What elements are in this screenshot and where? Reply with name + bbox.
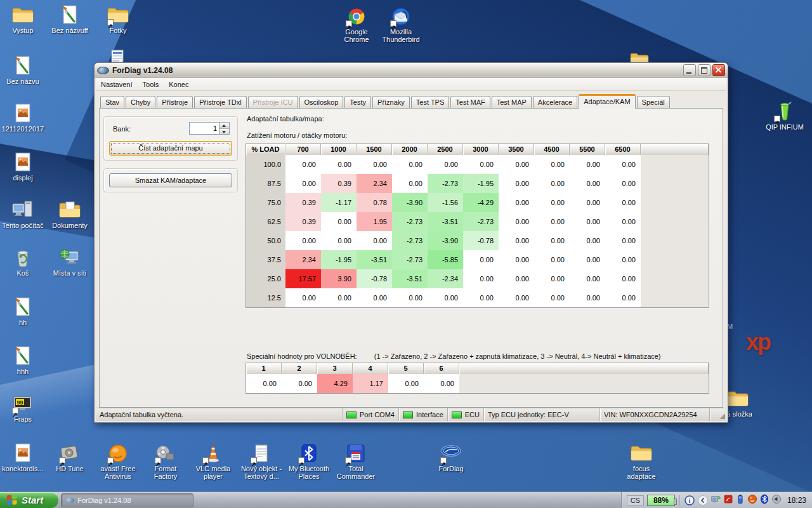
map-cell-r1-c5: -1.95 [463,174,499,193]
tab-pristroje-tdxl[interactable]: Přístroje TDxl [194,96,246,108]
fordiag-task-icon [65,498,74,503]
window-title: ForDiag v1.24.08 [112,66,681,75]
start-button[interactable]: Start [0,492,58,508]
idle-col-header-3: 3 [317,363,353,374]
desktop-icon-hh[interactable]: hh [0,297,46,326]
map-cell-r3-c9: 0.00 [605,212,641,231]
read-adaptation-map-button[interactable]: Číst adaptační mapu [109,141,232,156]
desktop-icon-vystup[interactable]: Vystup [0,5,46,34]
clear-kam-button[interactable]: Smazat KAM/adaptace [109,173,232,187]
status-indicator-ecu: ECU [447,408,483,421]
tray-volume-icon[interactable] [771,494,782,507]
desktop-icon-google-chrome[interactable]: Google Chrome [334,6,379,43]
desktop-icon-fraps[interactable]: 99Fraps [0,394,46,423]
map-cell-r5-c6: 0.00 [499,250,534,269]
map-cell-r7-c2: 0.00 [357,288,392,307]
desktop-icon-novy-objekt-textovy-d[interactable]: Nový objekt - Textový d... [239,443,284,480]
desktop-icon-vlc-media-player[interactable]: VLC media player [190,443,236,480]
map-cell-r3-c2: 1.95 [357,212,392,231]
map-row-filler [641,231,709,250]
desktop-icon-fordiag[interactable]: ForDiag [428,443,474,472]
shortcut-arrow-icon [390,20,396,27]
computer-icon [12,200,34,220]
chevron-collapse-icon[interactable] [698,495,708,505]
desktop-icon-label: 12112012017 [0,125,46,133]
desktop-icon-konektordis[interactable]: konektordis... [0,443,46,472]
desktop-icon-label: Tento počítač [0,222,46,229]
desktop-icon-dokumenty[interactable]: Dokumenty [47,200,93,229]
maximize-button[interactable] [698,64,710,76]
map-row-label-62.5: 62.5 [246,212,285,231]
desktop-icon-tento-pocitac[interactable]: Tento počítač [0,200,46,229]
tabpage-adaptace-kam: Bank: 1 Číst adaptační mapu Smazat KAM/a… [99,108,723,408]
resize-grip[interactable] [709,408,726,421]
desktop-icon-fotky[interactable]: Fotky [95,5,141,34]
tray-battery-icon[interactable] [735,494,745,507]
tab-priznaky[interactable]: Příznaky [372,96,410,108]
green-led-icon [452,411,462,418]
desktop-icon-12112012017[interactable]: 12112012017 [0,104,46,133]
map-cell-r1-c4: -2.73 [428,174,463,193]
idle-col-header-1: 1 [246,363,282,374]
tab-test-tps[interactable]: Test TPS [411,96,449,108]
menubar: NastaveníToolsKonec [96,78,726,91]
status-indicator-interface: Interface [398,408,447,421]
tab-testy[interactable]: Testy [344,96,371,108]
task-button-fordiag-v1-24-08[interactable]: ForDiag v1.24.08 [61,493,193,507]
desktop-icon-kos[interactable]: Koš [0,248,46,277]
map-row-label-75.0: 75.0 [246,193,285,212]
menu-item-tools[interactable]: Tools [138,79,164,90]
language-indicator[interactable]: CS [627,495,644,505]
desktop-icon-focus-adaptace[interactable]: focus adaptace [619,443,664,480]
tab-chyby[interactable]: Chyby [126,96,155,108]
menu-item-nastaveni[interactable]: Nastavení [96,79,138,90]
tab-stav[interactable]: Stav [100,96,124,108]
tab-osciloskop[interactable]: Osciloskop [299,96,344,108]
map-cell-r7-c3: 0.00 [392,288,428,307]
tray-network-icon[interactable] [711,494,721,507]
spin-up-icon[interactable] [219,123,229,129]
menu-item-konec[interactable]: Konec [164,79,193,90]
tray-bluetooth-icon[interactable] [759,494,769,507]
desktop-icon-hd-tune[interactable]: HD Tune [47,443,93,472]
minimize-button[interactable] [683,64,696,76]
formatfactory-icon [155,443,176,464]
map-cell-r1-c6: 0.00 [499,174,534,193]
desktop-icon-avast-free-antivirus[interactable]: avast! Free Antivirus [95,443,141,480]
tab-special[interactable]: Speciál [637,96,670,108]
tab-akcelerace[interactable]: Akcelerace [533,96,577,108]
tab-adaptace-kam[interactable]: Adaptace/KAM [579,94,635,109]
desktop-icon-mozilla-thunderbird[interactable]: Mozilla Thunderbird [378,6,424,43]
map-cell-r3-c0: 0.39 [285,212,321,231]
desktop-icon-label: Mozilla Thunderbird [378,28,424,43]
spin-down-icon[interactable] [219,129,229,135]
desktop-icon-format-factory[interactable]: Format Factory [143,443,188,480]
desktop-icon-displej[interactable]: displej [0,152,46,182]
desktop-icon-mista-v-siti[interactable]: Místa v síti [47,248,93,277]
desktop-icon-bez-nazvuff[interactable]: Bez názvuff [47,5,93,34]
tab-test-map[interactable]: Test MAP [492,96,532,108]
qip-icon [774,102,796,122]
map-cell-r2-c4: -1.56 [428,193,463,212]
titlebar[interactable]: ForDiag v1.24.08 [95,63,728,78]
battery-indicator[interactable]: 88% [647,495,675,506]
desktop-icon-bez-nazvu[interactable]: Bez názvu [0,56,46,85]
system-tray: CS 88% i 18:23 [621,492,812,508]
desktop-icon-total-commander[interactable]: Total Commander [333,443,379,480]
close-button[interactable] [712,64,725,76]
map-cell-r2-c1: -1.17 [321,193,357,212]
map-cell-r7-c6: 0.00 [499,288,534,307]
desktop-icon-qip-infium[interactable]: QIP INFIUM [762,102,808,131]
tray-pdf-icon[interactable] [723,494,733,507]
desktop-icon-hhh[interactable]: hhh [0,346,46,375]
tab-test-maf[interactable]: Test MAF [450,96,490,108]
status-indicator-label: ECU [465,411,480,418]
tab-pristroje[interactable]: Přístroje [157,96,193,108]
map-cell-r6-c0: 17.57 [285,269,321,288]
tray-avast-icon[interactable] [747,494,757,507]
info-icon[interactable]: i [684,495,695,505]
map-cell-r1-c2: 2.34 [357,174,392,193]
bank-spinner[interactable]: 1 [189,122,230,135]
fraps-icon: 99 [12,394,34,414]
desktop-icon-my-bluetooth-places[interactable]: My Bluetooth Places [286,443,332,480]
